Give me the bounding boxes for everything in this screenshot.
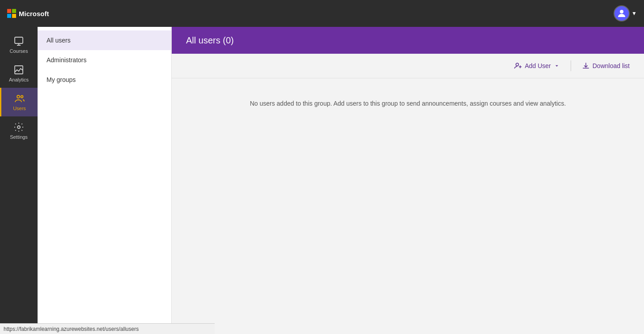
svg-point-0: [620, 10, 623, 13]
add-user-button[interactable]: Add User: [510, 59, 563, 73]
download-icon: [582, 62, 590, 70]
avatar[interactable]: [614, 5, 630, 21]
secondary-nav: All users Administrators My groups: [38, 27, 172, 334]
add-user-icon: [514, 62, 522, 70]
empty-state-message: No users added to this group. Add users …: [250, 100, 566, 107]
settings-icon: [13, 122, 24, 133]
svg-point-5: [17, 126, 20, 128]
top-bar-right: ▼: [614, 5, 637, 21]
user-avatar-icon: [616, 8, 627, 19]
top-bar: Microsoft ▼: [0, 0, 644, 27]
users-label: Users: [13, 106, 26, 111]
courses-label: Courses: [10, 48, 28, 54]
status-url: https://fabrikamlearning.azurewebsites.n…: [4, 326, 139, 332]
ms-logo-grid: [7, 9, 16, 18]
courses-icon: [13, 36, 24, 47]
sidebar: Courses Analytics Users: [0, 27, 38, 334]
svg-point-4: [21, 96, 23, 98]
add-user-chevron-icon: [554, 63, 560, 69]
svg-rect-1: [15, 37, 23, 43]
content-toolbar: Add User Download list: [172, 54, 644, 78]
chevron-down-icon: ▼: [631, 10, 637, 17]
download-list-button[interactable]: Download list: [578, 59, 633, 73]
avatar-button-group[interactable]: ▼: [614, 5, 637, 21]
add-user-label: Add User: [525, 62, 551, 69]
status-bar: https://fabrikamlearning.azurewebsites.n…: [0, 323, 215, 334]
top-bar-left: Microsoft: [7, 9, 49, 18]
analytics-icon: [13, 64, 24, 75]
svg-point-6: [516, 63, 519, 66]
sidebar-item-users[interactable]: Users: [0, 88, 38, 116]
main-content: All users (0) Add User: [172, 27, 644, 334]
users-icon: [14, 93, 25, 104]
nav-item-all-users[interactable]: All users: [38, 30, 171, 50]
nav-item-my-groups[interactable]: My groups: [38, 70, 171, 90]
empty-state: No users added to this group. Add users …: [172, 78, 644, 334]
brand-name: Microsoft: [19, 10, 49, 17]
svg-rect-2: [15, 66, 23, 74]
analytics-label: Analytics: [9, 77, 29, 82]
sidebar-item-analytics[interactable]: Analytics: [0, 59, 38, 88]
main-layout: Courses Analytics Users: [0, 27, 644, 334]
sidebar-item-settings[interactable]: Settings: [0, 116, 38, 145]
toolbar-divider: [571, 60, 571, 71]
sidebar-item-courses[interactable]: Courses: [0, 30, 38, 59]
settings-label: Settings: [10, 134, 28, 140]
svg-point-3: [17, 95, 20, 98]
content-header: All users (0): [172, 27, 644, 54]
microsoft-logo[interactable]: Microsoft: [7, 9, 49, 18]
page-title: All users (0): [186, 35, 234, 46]
nav-item-administrators[interactable]: Administrators: [38, 50, 171, 70]
download-label: Download list: [593, 62, 630, 69]
